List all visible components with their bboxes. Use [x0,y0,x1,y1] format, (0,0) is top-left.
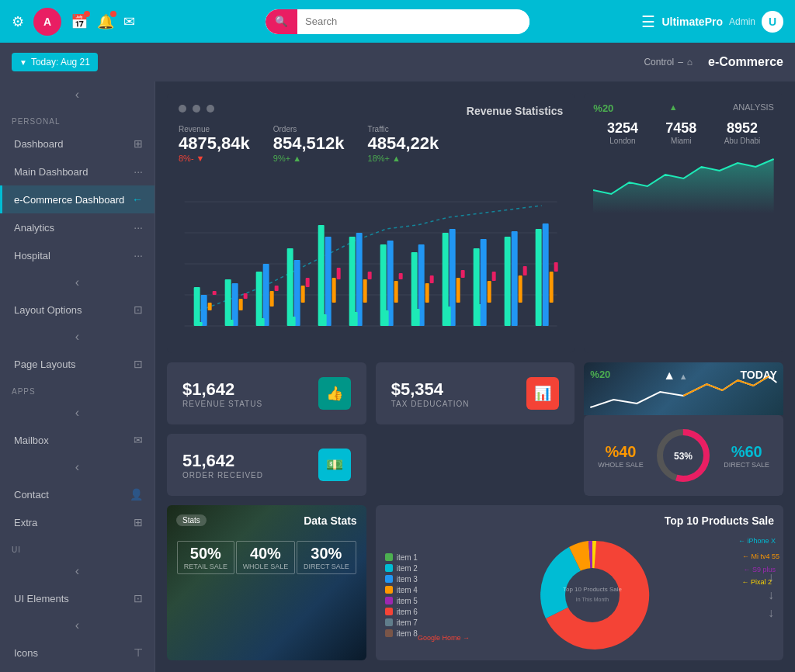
sidebar-item-icons[interactable]: Icons ⊤ [0,639,154,667]
sidebar-item-label: Page Layouts [14,359,134,370]
metric-label-orders: ORDER RECEIVED [182,471,263,480]
sidebar-collapse-top[interactable]: ‹ [0,81,154,108]
sale-item-whole: 40% WHOLE SALE [236,541,296,574]
svg-rect-20 [306,278,310,287]
ctrl-maximize[interactable] [207,105,214,113]
sidebar-item-extra[interactable]: Extra ⊞ [0,508,154,536]
svg-rect-26 [356,233,363,326]
sidebar-collapse-layout[interactable]: ‹ [0,269,154,296]
gear-icon[interactable]: ⚙ [12,13,24,30]
analysis-city-abudhabi: 8952 Abu Dhabi [724,120,761,145]
home-icon[interactable]: ⌂ [687,57,693,68]
sidebar-item-layout-options[interactable]: Layout Options ⊡ [0,296,154,324]
sidebar-item-label: Dashboard [14,138,134,150]
topnav: ⚙ A 📅 🔔 ✉ 🔍 ☰ UltimatePro Admin U [0,0,795,43]
sidebar-item-mailbox[interactable]: Mailbox ✉ [0,426,154,454]
svg-rect-42 [227,320,234,326]
legend-dot-1 [385,553,393,561]
svg-rect-23 [332,278,336,303]
svg-rect-10 [232,283,238,326]
svg-rect-12 [244,293,248,299]
today-image: %20 ▲ ▲ TODAY [584,362,783,415]
pie-chart: Top 10 Products Sale In This Month [530,533,654,657]
legend-item-4: item 4 [385,586,418,594]
legend-item-6: item 6 [385,608,418,616]
sidebar-item-dashboard[interactable]: Dashboard ⊞ [0,130,154,158]
avatar[interactable]: A [33,8,61,36]
sidebar-collapse-icons[interactable]: ‹ [0,612,154,639]
metric-left-tax: $5,354 TAX DEDUCATION [391,379,470,408]
data-stats-card: Stats Data Stats 50% RETAIL SALE 40% WHO… [167,505,366,660]
products-legend: item 1 item 2 item 3 item 4 [385,533,418,657]
download-icon-3[interactable]: ↓ [768,606,774,620]
search-button[interactable]: 🔍 [266,9,297,34]
sidebar-item-analytics[interactable]: Analytics ··· [0,213,154,241]
metric-card-tax: $5,354 TAX DEDUCATION 📊 [376,362,575,424]
sidebar-item-label: Analytics [14,222,134,234]
svg-rect-51 [474,248,480,326]
sidebar-item-ui-elements[interactable]: UI Elements ⊡ [0,584,154,612]
legend-label-4: item 4 [397,586,418,594]
stat-orders-value: 854,512k [273,133,345,154]
pie-label-google: Google Home → [418,634,470,642]
ctrl-minimize[interactable] [193,105,200,113]
city-val-london: 3254 [607,120,638,137]
sidebar-collapse-ui[interactable]: ‹ [0,558,154,584]
svg-text:Top 10 Products Sale: Top 10 Products Sale [563,586,623,593]
download-icons: ↓ ↓ ↓ [768,533,774,657]
more-icon: ··· [134,249,143,262]
legend-dot-2 [385,564,393,572]
sales-row: 50% RETAIL SALE 40% WHOLE SALE 30% DIREC… [176,533,357,574]
sidebar-collapse-components[interactable]: ‹ [0,667,154,672]
svg-rect-14 [263,264,269,326]
legend-label-6: item 6 [397,608,418,616]
donut-pct-right: %60 [724,443,769,461]
sidebar-item-ecommerce[interactable]: e-Commerce Dashboard ← [0,185,154,213]
search-input[interactable] [297,11,529,32]
download-icon-2[interactable]: ↓ [768,588,774,602]
sidebar-collapse-apps[interactable]: ‹ [0,400,154,426]
calendar-badge: 📅 [71,13,88,30]
breadcrumb-control: Control [644,57,674,68]
revenue-title: Revenue Statistics [467,105,564,117]
stat-traffic: Traffic 4854,22k 18%+ ▲ [368,125,439,163]
sale-pct-retail: 50% [184,545,227,563]
hamburger-icon[interactable]: ☰ [641,12,655,31]
svg-rect-54 [492,272,496,281]
page-title: e-Commerce [708,55,783,69]
sidebar-item-page-layouts[interactable]: Page Layouts ⊡ [0,350,154,378]
legend-item-1: item 1 [385,553,418,562]
sidebar-item-label: Hospital [14,250,134,262]
pie-chart-container: Top 10 Products Sale In This Month ← iPh… [425,533,760,657]
svg-rect-9 [225,279,231,326]
sidebar-collapse-pages[interactable]: ‹ [0,324,154,350]
stats-badge: Stats [176,514,207,526]
sidebar-collapse-contact[interactable]: ‹ [0,454,154,480]
city-val-abudhabi: 8952 [724,120,761,137]
sidebar-item-hospital[interactable]: Hospital ··· [0,241,154,269]
svg-rect-13 [256,272,262,326]
sidebar-item-label: Contact [14,489,130,501]
sidebar-item-contact[interactable]: Contact 👤 [0,480,154,508]
svg-rect-40 [461,270,465,278]
revenue-card-header: Revenue Statistics [179,105,563,117]
city-val-miami: 7458 [665,120,696,137]
ctrl-close[interactable] [179,105,186,113]
revenue-card: Revenue Statistics Revenue 4875,84k 8%- … [167,93,575,353]
sidebar-item-label: Mailbox [14,435,134,446]
date-badge[interactable]: ▼ Today: Aug 21 [12,53,98,71]
sale-pct-direct: 30% [304,545,349,563]
sidebar-item-main-dashboard[interactable]: Main Dashboard ··· [0,158,154,185]
personal-section-label: PERSONAL [0,108,154,130]
metric-icon-revenue: 👍 [318,377,351,410]
card-controls [179,105,214,113]
legend-dot-5 [385,597,393,604]
sidebar-item-label: Icons [14,647,134,659]
mail-icon[interactable]: ✉ [123,13,135,30]
svg-rect-18 [294,260,300,326]
sale-label-whole: WHOLE SALE [243,563,289,570]
legend-item-2: item 2 [385,564,418,573]
legend-item-7: item 7 [385,618,418,627]
sale-pct-whole: 40% [243,545,289,563]
svg-rect-31 [394,281,398,303]
